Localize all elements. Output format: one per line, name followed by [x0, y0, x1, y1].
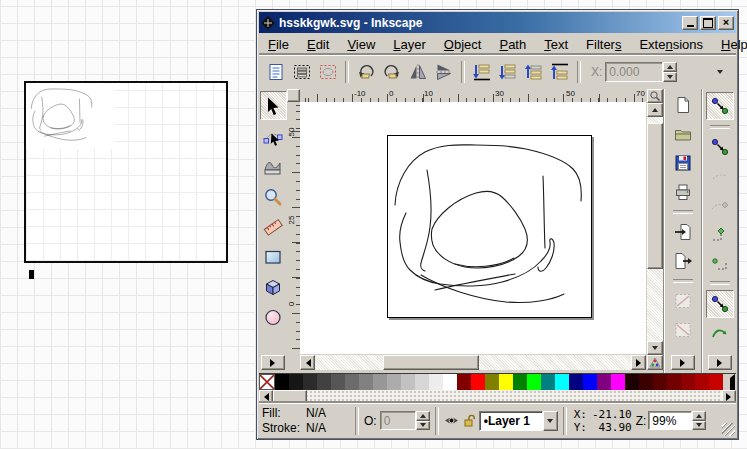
color-swatch[interactable] [569, 374, 583, 390]
sticky-zoom-button[interactable] [647, 89, 663, 103]
color-swatch[interactable] [485, 374, 499, 390]
color-swatch[interactable] [289, 374, 303, 390]
layer-visibility-icon[interactable] [444, 415, 459, 426]
flip-vertical-button[interactable] [431, 59, 457, 85]
snap-enable-button[interactable] [706, 92, 734, 120]
horizontal-scrollbar[interactable] [300, 355, 646, 370]
minimize-button[interactable] [682, 16, 698, 30]
lower-to-bottom-button[interactable] [469, 59, 495, 85]
color-swatch[interactable] [555, 374, 569, 390]
menu-item[interactable]: Path [490, 35, 535, 54]
scroll-up-button[interactable] [647, 103, 663, 117]
tool-selector[interactable] [260, 91, 287, 120]
fill-stroke-indicator[interactable]: Fill: N/A Stroke: N/A [262, 406, 350, 435]
toolbar-overflow-button[interactable] [712, 63, 728, 81]
color-swatch[interactable] [611, 374, 625, 390]
color-swatch[interactable] [331, 374, 345, 390]
color-swatch[interactable] [597, 374, 611, 390]
deselect-button[interactable] [315, 59, 341, 85]
redo-button[interactable] [670, 317, 696, 343]
opacity-input[interactable]: 0 [380, 411, 416, 430]
color-swatch[interactable] [387, 374, 401, 390]
window-resize-grip[interactable] [722, 423, 735, 436]
rotate-cw-button[interactable] [379, 59, 405, 85]
color-management-button[interactable] [647, 355, 663, 370]
snap-others-button[interactable] [706, 290, 734, 318]
save-button[interactable] [670, 150, 696, 176]
tool-ellipse[interactable] [261, 303, 286, 330]
menu-item[interactable]: Layer [384, 35, 435, 54]
color-swatch[interactable] [359, 374, 373, 390]
color-swatch[interactable] [513, 374, 527, 390]
palette-scroll-right[interactable] [722, 390, 736, 403]
color-swatch[interactable] [415, 374, 429, 390]
import-button[interactable] [670, 219, 696, 245]
menu-item[interactable]: Extensions [630, 35, 712, 54]
snap-bbox-corners-button[interactable] [707, 192, 733, 218]
rotate-ccw-button[interactable] [353, 59, 379, 85]
tool-node-editor[interactable] [261, 123, 286, 150]
menu-item[interactable]: Filters [577, 35, 630, 54]
opacity-stepper[interactable] [416, 411, 430, 430]
color-swatch[interactable] [345, 374, 359, 390]
select-all-layers-button[interactable] [289, 59, 315, 85]
color-swatch[interactable] [695, 374, 709, 390]
snap-paths-button[interactable] [707, 321, 733, 347]
scroll-down-button[interactable] [647, 341, 663, 355]
horizontal-ruler[interactable]: -10010305070 [300, 89, 646, 102]
menu-item[interactable]: Help [712, 35, 747, 54]
stepper-up[interactable] [416, 411, 430, 421]
snap-bbox-edges-button[interactable] [707, 163, 733, 189]
scrollbar-thumb[interactable] [383, 355, 479, 370]
color-swatch[interactable] [401, 374, 415, 390]
color-swatch[interactable] [317, 374, 331, 390]
maximize-button[interactable] [700, 16, 716, 30]
color-swatch[interactable] [429, 374, 443, 390]
color-swatch[interactable] [681, 374, 695, 390]
palette-scroll-left[interactable] [259, 390, 273, 403]
menu-item[interactable]: Edit [298, 35, 338, 54]
tool-measure[interactable] [261, 213, 286, 240]
x-coordinate-input[interactable]: 0.000 [605, 62, 663, 82]
stepper-up[interactable] [663, 62, 677, 72]
menu-item[interactable]: View [338, 35, 384, 54]
raise-button[interactable] [521, 59, 547, 85]
raise-to-top-button[interactable] [547, 59, 573, 85]
zoom-input[interactable]: 99% [648, 411, 692, 430]
print-button[interactable] [670, 179, 696, 205]
stepper-down[interactable] [663, 72, 677, 82]
snap-overflow-button[interactable] [708, 355, 732, 370]
titlebar[interactable]: hsskkgwk.svg - Inkscape × [259, 12, 736, 33]
vertical-ruler[interactable]: 50250 [287, 102, 300, 354]
open-button[interactable] [670, 121, 696, 147]
tool-zoom[interactable] [261, 183, 286, 210]
snap-nodes-button[interactable] [707, 221, 733, 247]
menu-item[interactable]: File [259, 35, 298, 54]
select-all-button[interactable] [263, 59, 289, 85]
zoom-stepper[interactable] [692, 411, 706, 430]
tool-rectangle[interactable] [261, 243, 286, 270]
menu-item[interactable]: Text [535, 35, 577, 54]
layer-dropdown-button[interactable] [543, 411, 558, 431]
canvas[interactable] [300, 102, 646, 354]
color-swatch[interactable] [583, 374, 597, 390]
stepper-down[interactable] [416, 421, 430, 431]
tool-3d-box[interactable] [261, 273, 286, 300]
color-swatch[interactable] [541, 374, 555, 390]
color-swatch[interactable] [457, 374, 471, 390]
x-coordinate-stepper[interactable] [663, 62, 677, 82]
palette-scrollbar[interactable] [259, 390, 736, 403]
layer-selector[interactable]: • Layer 1 [479, 411, 543, 431]
new-document-button[interactable] [670, 92, 696, 118]
color-swatch[interactable] [653, 374, 667, 390]
toolbox-overflow-button[interactable] [261, 355, 285, 370]
color-swatch[interactable] [527, 374, 541, 390]
color-swatch[interactable] [625, 374, 639, 390]
menu-item[interactable]: Object [435, 35, 491, 54]
color-swatch[interactable] [639, 374, 653, 390]
color-swatch[interactable] [667, 374, 681, 390]
scroll-left-button[interactable] [300, 355, 315, 370]
swatch-no-color[interactable] [259, 374, 275, 390]
scrollbar-thumb[interactable] [647, 123, 663, 269]
export-button[interactable] [670, 248, 696, 274]
